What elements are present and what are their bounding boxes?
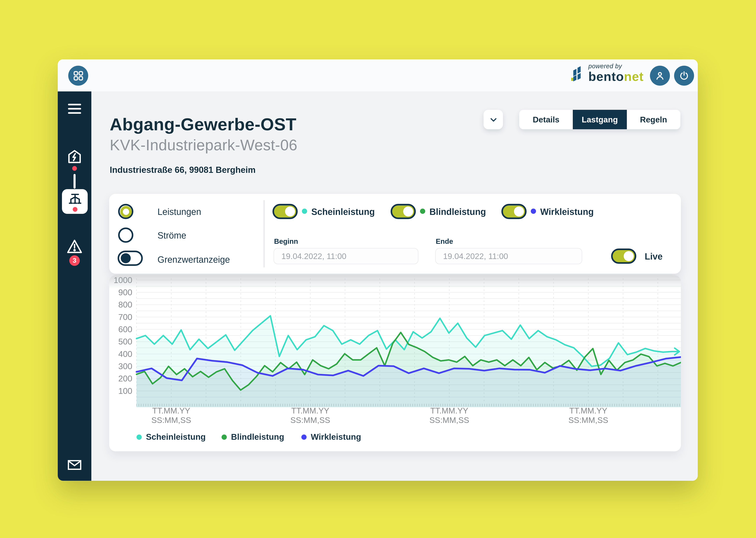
- radio-leistungen[interactable]: [118, 204, 133, 219]
- filter-panel: Leistungen Ströme Grenzwertanzeige Schei…: [109, 194, 681, 274]
- load-profile-chart-card: 1002003004005006007008009001000TT.MM.YYS…: [109, 275, 681, 451]
- radio-stroeme[interactable]: [118, 228, 133, 243]
- svg-text:700: 700: [118, 312, 132, 322]
- blindleistung-color-dot: [420, 209, 425, 214]
- powered-by-text: powered by: [589, 63, 644, 69]
- grenzwertanzeige-label: Grenzwertanzeige: [158, 255, 230, 265]
- sidebar-item-messages[interactable]: [58, 459, 91, 471]
- page-address: Industriestraße 66, 99081 Bergheim: [110, 165, 256, 175]
- legend-dot-blindleistung: [221, 435, 227, 440]
- svg-text:100: 100: [118, 386, 132, 396]
- legend-dot-scheinleistung: [136, 435, 142, 440]
- legend-label: Scheinleistung: [146, 432, 206, 442]
- legend-label: Blindleistung: [231, 432, 284, 442]
- legend-item-scheinleistung: Scheinleistung: [136, 432, 206, 442]
- logout-button[interactable]: [674, 66, 694, 86]
- beginn-label: Beginn: [274, 238, 298, 245]
- beginn-input[interactable]: [273, 248, 418, 264]
- legend-label: Wirkleistung: [311, 432, 361, 442]
- svg-text:1000: 1000: [114, 276, 132, 285]
- status-dot-red: [72, 166, 77, 171]
- scheinleistung-color-dot: [302, 209, 307, 214]
- status-dot-red: [72, 207, 77, 212]
- tab-bar: Details Lastgang Regeln: [519, 110, 681, 129]
- page-subtitle: KVK-Industriepark-West-06: [110, 136, 297, 154]
- ende-input[interactable]: [435, 248, 582, 264]
- toggle-knob: [120, 253, 130, 263]
- svg-text:300: 300: [118, 362, 132, 371]
- toggle-knob: [624, 251, 634, 261]
- scheinleistung-toggle-label: Scheinleistung: [311, 207, 375, 218]
- app-window: powered by bentonet: [58, 59, 698, 481]
- radio-leistungen-label: Leistungen: [158, 207, 201, 218]
- toggle-knob: [403, 206, 413, 216]
- svg-text:TT.MM.YY: TT.MM.YY: [291, 406, 329, 415]
- warning-triangle-icon: [66, 239, 83, 254]
- sidebar-item-alerts[interactable]: [58, 239, 91, 254]
- svg-text:200: 200: [118, 374, 132, 383]
- hamburger-icon: [68, 103, 81, 115]
- svg-text:SS:MM,SS: SS:MM,SS: [290, 415, 330, 425]
- app-grid-button[interactable]: [68, 66, 88, 86]
- ende-label: Ende: [436, 238, 453, 245]
- power-icon: [678, 70, 690, 81]
- wirkleistung-toggle-label: Wirkleistung: [540, 207, 594, 218]
- filter-divider: [263, 200, 264, 267]
- brand-wordmark: bentonet: [589, 71, 644, 83]
- blindleistung-toggle[interactable]: [391, 204, 416, 219]
- chevron-down-icon: [488, 114, 498, 125]
- toggle-knob: [285, 206, 295, 216]
- switchgear-icon: [67, 192, 83, 207]
- svg-text:SS:MM,SS: SS:MM,SS: [151, 415, 191, 425]
- legend-item-blindleistung: Blindleistung: [221, 432, 284, 442]
- bentonet-logo-mark: [569, 64, 586, 83]
- scheinleistung-toggle[interactable]: [272, 204, 298, 219]
- tab-regeln[interactable]: Regeln: [627, 110, 681, 129]
- mail-icon: [67, 459, 82, 471]
- alert-count-badge: 3: [69, 255, 80, 266]
- sidebar-menu-button[interactable]: [58, 103, 91, 115]
- wirkleistung-toggle[interactable]: [501, 204, 527, 219]
- main-content: Abgang-Gewerbe-OST KVK-Industriepark-Wes…: [91, 91, 698, 481]
- load-profile-chart[interactable]: 1002003004005006007008009001000TT.MM.YYS…: [109, 275, 681, 451]
- collapse-button[interactable]: [484, 110, 503, 129]
- svg-text:TT.MM.YY: TT.MM.YY: [430, 406, 468, 415]
- svg-text:800: 800: [118, 300, 132, 309]
- radio-stroeme-label: Ströme: [158, 231, 186, 241]
- svg-text:900: 900: [118, 288, 132, 297]
- house-energy-icon: [66, 148, 83, 165]
- svg-text:400: 400: [118, 350, 132, 359]
- sidebar-item-energy-house[interactable]: [58, 148, 91, 165]
- blindleistung-toggle-label: Blindleistung: [429, 207, 486, 218]
- top-bar: powered by bentonet: [58, 59, 698, 92]
- user-profile-button[interactable]: [650, 66, 670, 86]
- sidebar: 3: [58, 91, 91, 481]
- user-icon: [654, 70, 666, 81]
- tree-connector-line: [73, 174, 75, 188]
- svg-text:TT.MM.YY: TT.MM.YY: [569, 406, 607, 415]
- brand-logo: powered by bentonet: [569, 63, 644, 83]
- live-toggle-label: Live: [645, 252, 663, 262]
- legend-item-wirkleistung: Wirkleistung: [301, 432, 361, 442]
- grid-icon: [72, 70, 84, 81]
- page-title: Abgang-Gewerbe-OST: [110, 115, 297, 134]
- tab-lastgang[interactable]: Lastgang: [573, 110, 627, 129]
- tab-details[interactable]: Details: [519, 110, 573, 129]
- live-toggle[interactable]: [611, 248, 636, 264]
- svg-text:TT.MM.YY: TT.MM.YY: [152, 406, 190, 415]
- svg-text:600: 600: [118, 325, 132, 334]
- legend-dot-wirkleistung: [301, 435, 307, 440]
- wirkleistung-color-dot: [531, 209, 536, 214]
- svg-text:SS:MM,SS: SS:MM,SS: [568, 415, 608, 425]
- svg-text:SS:MM,SS: SS:MM,SS: [429, 415, 469, 425]
- toggle-knob: [514, 206, 524, 216]
- desktop-background: powered by bentonet: [0, 0, 756, 538]
- grenzwertanzeige-toggle[interactable]: [118, 250, 143, 266]
- svg-text:500: 500: [118, 337, 132, 346]
- sidebar-item-distribution-active[interactable]: [62, 189, 88, 214]
